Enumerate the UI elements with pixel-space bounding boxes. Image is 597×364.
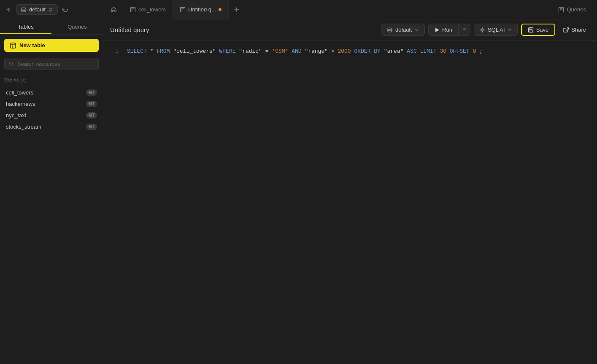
sql-ai-button[interactable]: SQL AI [474, 24, 518, 36]
share-button[interactable]: Share [559, 24, 590, 35]
query-db-name: default [395, 27, 412, 33]
tab-untitled-query[interactable]: Untitled q... [173, 0, 229, 19]
table-name: hackernews [6, 101, 35, 107]
queries-icon [558, 7, 564, 13]
add-tab-button[interactable] [229, 0, 245, 19]
search-box [4, 58, 99, 70]
sidebar-tab-tables[interactable]: Tables [0, 19, 51, 34]
new-table-icon [10, 43, 16, 49]
queries-button[interactable]: Queries [554, 4, 590, 15]
line-number: 1 [110, 47, 119, 56]
table-badge: MT [86, 101, 97, 107]
tables-section: Tables (4) cell_towers MT hackernews MT … [0, 74, 103, 135]
col-radio: "radio" [239, 48, 262, 54]
tab-untitled-query-label: Untitled q... [188, 6, 216, 13]
run-dropdown-button[interactable] [459, 24, 470, 35]
plus-icon [234, 7, 240, 13]
play-icon [435, 27, 440, 32]
col-area: "area" [384, 48, 404, 54]
share-label: Share [571, 27, 586, 33]
top-bar-left: default [3, 4, 105, 15]
table-badge: MT [86, 89, 97, 96]
tables-header: Tables (4) [4, 77, 99, 84]
chevron-updown-icon [48, 7, 53, 12]
save-label: Save [536, 27, 549, 33]
back-button[interactable] [3, 5, 14, 15]
kw-from: FROM [157, 48, 170, 54]
svg-point-20 [388, 28, 392, 30]
db-icon [21, 7, 27, 13]
new-table-button[interactable]: New table [4, 39, 99, 52]
sql-ai-label: SQL AI [488, 27, 505, 33]
refresh-icon [62, 6, 68, 13]
tabs-area: cell_towers Untitled q... [105, 0, 554, 19]
run-label: Run [442, 27, 452, 33]
query-area: Untitled query default [103, 19, 597, 364]
search-input[interactable] [17, 61, 94, 67]
kw-where: WHERE [219, 48, 236, 54]
table-badge: MT [86, 112, 97, 119]
svg-rect-15 [11, 43, 16, 48]
home-icon [111, 6, 117, 13]
kw-limit: LIMIT [420, 48, 437, 54]
svg-marker-21 [435, 28, 439, 32]
toolbar-right: default Run [381, 24, 590, 36]
back-icon [5, 6, 12, 13]
table-badge: MT [86, 124, 97, 130]
share-icon [563, 27, 569, 33]
col-range: "range" [305, 48, 328, 54]
svg-rect-2 [131, 7, 135, 12]
list-item[interactable]: cell_towers MT [4, 87, 99, 98]
chevron-down-icon [414, 27, 419, 32]
table-icon [130, 7, 136, 13]
save-button[interactable]: Save [521, 24, 556, 36]
kw-offset: OFFSET [450, 48, 470, 54]
sidebar-tab-queries[interactable]: Queries [51, 19, 103, 34]
run-button[interactable]: Run [429, 24, 459, 35]
top-bar: default cell_towers [0, 0, 597, 19]
query-title: Untitled query [110, 26, 149, 33]
code-content: SELECT * FROM "cell_towers" WHERE "radio… [127, 47, 483, 56]
sidebar: Tables Queries New table Tables (4) [0, 19, 103, 364]
db-selector[interactable]: default [16, 4, 58, 15]
main-content: Tables Queries New table Tables (4) [0, 19, 597, 364]
query-icon [180, 7, 186, 13]
query-db-selector[interactable]: default [381, 24, 425, 36]
list-item[interactable]: stocks_stream MT [4, 121, 99, 132]
svg-line-19 [12, 65, 14, 66]
search-icon [9, 61, 14, 67]
save-icon [528, 27, 534, 33]
run-button-group: Run [428, 24, 470, 36]
table-ref: "cell_towers" [173, 48, 216, 54]
queries-label: Queries [567, 6, 586, 13]
new-table-label: New table [19, 42, 45, 49]
tab-cell-towers-label: cell_towers [138, 6, 166, 13]
query-toolbar: Untitled query default [103, 19, 597, 40]
unsaved-dot [219, 8, 222, 11]
kw-select: SELECT [127, 48, 147, 54]
num-0: 0 [473, 48, 476, 54]
refresh-button[interactable] [60, 5, 70, 14]
tab-cell-towers[interactable]: cell_towers [123, 0, 173, 19]
tab-home[interactable] [105, 0, 123, 19]
code-line-1: 1 SELECT * FROM "cell_towers" WHERE "rad… [110, 47, 590, 56]
str-gsm: 'GSM' [272, 48, 288, 54]
kw-asc: ASC [407, 48, 416, 54]
table-name: cell_towers [6, 89, 33, 96]
db-small-icon [387, 27, 393, 33]
sidebar-tabs: Tables Queries [0, 19, 103, 35]
list-item[interactable]: hackernews MT [4, 98, 99, 110]
svg-point-1 [22, 8, 26, 9]
db-name: default [29, 6, 46, 13]
top-bar-right: Queries [554, 4, 594, 15]
kw-and: AND [292, 48, 301, 54]
list-item[interactable]: nyc_taxi MT [4, 110, 99, 121]
num-30: 30 [440, 48, 446, 54]
table-name: stocks_stream [6, 124, 41, 130]
sparkle-icon [479, 27, 485, 33]
table-name: nyc_taxi [6, 112, 26, 119]
code-editor[interactable]: 1 SELECT * FROM "cell_towers" WHERE "rad… [103, 40, 597, 364]
kw-order: ORDER [354, 48, 370, 54]
num-2000: 2000 [338, 48, 351, 54]
svg-rect-24 [529, 30, 532, 32]
